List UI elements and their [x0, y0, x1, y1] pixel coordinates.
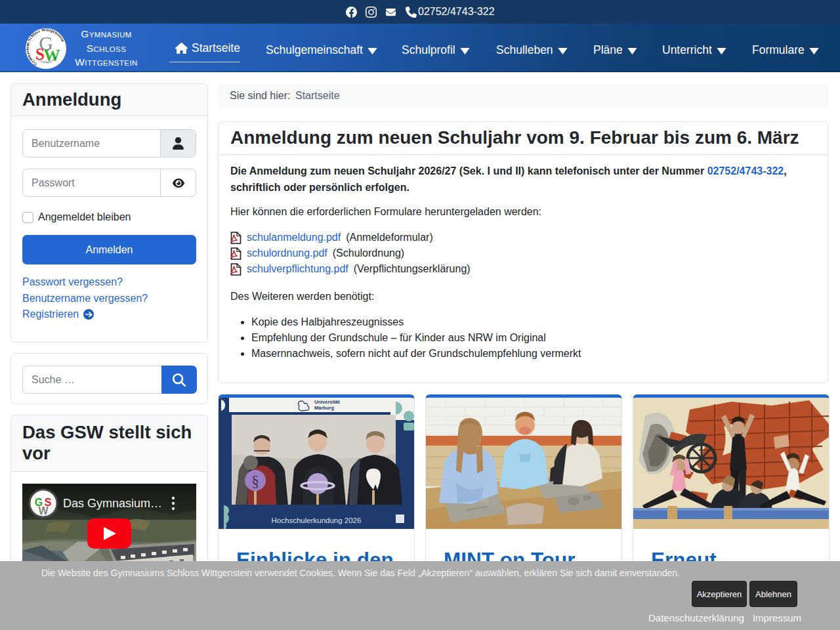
svg-text:Universität: Universität: [314, 399, 340, 405]
svg-text:Hochschulerkundung 2026: Hochschulerkundung 2026: [272, 516, 362, 524]
svg-text:Das Gymnasium…: Das Gymnasium…: [63, 497, 162, 510]
svg-text:W: W: [38, 505, 49, 516]
svg-text:§: §: [251, 472, 259, 490]
svg-text:Marburg: Marburg: [314, 405, 334, 411]
